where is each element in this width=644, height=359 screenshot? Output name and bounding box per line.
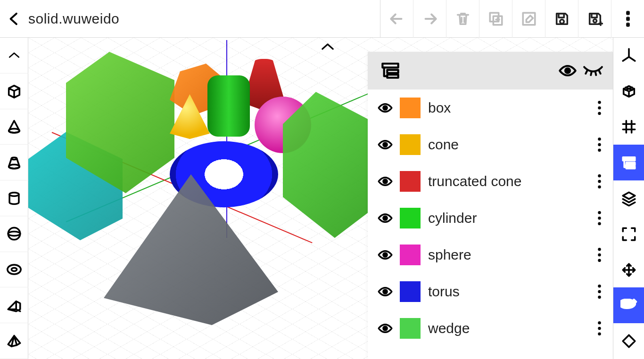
grid-toggle-button[interactable] xyxy=(613,109,644,145)
chevron-up-icon xyxy=(321,42,335,51)
svg-rect-23 xyxy=(387,74,398,78)
item-more-button[interactable] xyxy=(592,174,606,188)
box-tool-button[interactable] xyxy=(0,73,28,109)
save-button[interactable] xyxy=(545,0,578,38)
scene-item-label: wedge xyxy=(428,320,592,336)
more-button[interactable] xyxy=(611,0,644,38)
scene-item-truncated-cone[interactable]: truncated cone xyxy=(368,163,613,200)
svg-rect-22 xyxy=(387,70,398,73)
color-swatch xyxy=(400,208,421,228)
hide-all-button[interactable] xyxy=(582,59,604,82)
scene-item-box[interactable]: box xyxy=(368,90,613,126)
fullscreen-icon xyxy=(621,226,637,242)
visibility-toggle[interactable] xyxy=(374,103,396,113)
axis-y xyxy=(226,40,227,238)
svg-point-27 xyxy=(598,106,601,109)
svg-point-7 xyxy=(626,11,629,15)
truncated-cone-tool-button[interactable] xyxy=(0,145,28,180)
svg-point-50 xyxy=(598,321,601,324)
eye-open-icon xyxy=(377,323,393,334)
svg-point-33 xyxy=(383,180,387,183)
trash-icon xyxy=(455,11,471,27)
torus-tool-button[interactable] xyxy=(0,252,28,288)
cone-tool-button[interactable] xyxy=(0,109,28,145)
svg-rect-3 xyxy=(558,13,563,17)
svg-point-43 xyxy=(598,253,601,256)
save-as-button[interactable] xyxy=(578,0,611,38)
more-vertical-icon xyxy=(626,11,630,27)
svg-point-49 xyxy=(383,326,387,330)
visibility-toggle[interactable] xyxy=(374,139,396,150)
layers-button[interactable] xyxy=(613,180,644,216)
redo-button[interactable] xyxy=(413,0,446,38)
svg-point-29 xyxy=(383,143,387,147)
delete-button[interactable] xyxy=(446,0,479,38)
file-title: solid.wuweido xyxy=(28,11,119,27)
svg-point-24 xyxy=(565,68,570,73)
svg-point-36 xyxy=(598,186,601,188)
svg-point-37 xyxy=(383,216,387,220)
scene-tree-button[interactable] xyxy=(613,145,644,180)
item-more-button[interactable] xyxy=(592,248,606,262)
copy-icon xyxy=(488,11,504,27)
color-swatch xyxy=(400,134,421,155)
svg-point-32 xyxy=(598,149,601,152)
chevron-left-icon xyxy=(7,12,21,26)
scene-item-wedge[interactable]: wedge xyxy=(368,310,613,347)
sphere-tool-button[interactable] xyxy=(0,216,28,252)
panel-collapse-handle[interactable] xyxy=(321,42,335,53)
item-more-button[interactable] xyxy=(592,321,606,335)
truncated-cone-icon xyxy=(6,155,22,171)
shape-wedge-green-2[interactable] xyxy=(283,92,377,238)
item-more-button[interactable] xyxy=(592,211,606,225)
scene-item-cylinder[interactable]: cylinder xyxy=(368,200,613,237)
rotate-tool-button[interactable] xyxy=(613,323,644,359)
svg-point-52 xyxy=(598,333,601,335)
svg-point-38 xyxy=(598,211,601,214)
svg-point-46 xyxy=(598,285,601,287)
fit-view-button[interactable] xyxy=(613,216,644,252)
back-button[interactable] xyxy=(5,9,24,28)
svg-rect-20 xyxy=(626,167,635,169)
axes-view-button[interactable] xyxy=(613,38,644,73)
visibility-toggle[interactable] xyxy=(374,213,396,223)
wedge-tool-button[interactable] xyxy=(0,287,28,323)
eye-open-icon xyxy=(377,176,393,187)
undo-button[interactable] xyxy=(380,0,413,38)
wedge-icon xyxy=(6,298,22,312)
tree-root-icon[interactable] xyxy=(379,59,402,82)
scene-tree-list: boxconetruncated conecylinderspheretorus… xyxy=(368,90,613,359)
svg-point-4 xyxy=(560,19,564,24)
cylinder-tool-button[interactable] xyxy=(0,180,28,216)
scene-item-torus[interactable]: torus xyxy=(368,273,613,310)
visibility-toggle[interactable] xyxy=(374,286,396,297)
scene-item-sphere[interactable]: sphere xyxy=(368,237,613,273)
move-tool-button[interactable] xyxy=(613,252,644,288)
svg-point-10 xyxy=(8,129,19,133)
visibility-toggle[interactable] xyxy=(374,176,396,187)
layers-icon xyxy=(621,190,637,206)
scene-item-label: box xyxy=(428,100,592,116)
pyramid-icon xyxy=(6,334,22,348)
wireframe-icon xyxy=(621,83,637,99)
edit-button[interactable] xyxy=(512,0,545,38)
collapse-up-button[interactable] xyxy=(0,38,28,73)
shape-cylinder-green[interactable] xyxy=(207,75,250,137)
show-all-button[interactable] xyxy=(556,59,579,82)
visibility-toggle[interactable] xyxy=(374,250,396,260)
color-swatch xyxy=(400,245,421,265)
duplicate-button[interactable] xyxy=(479,0,512,38)
item-more-button[interactable] xyxy=(592,285,606,299)
scene-item-cone[interactable]: cone xyxy=(368,126,613,163)
visibility-toggle[interactable] xyxy=(374,323,396,334)
scene-item-label: cylinder xyxy=(428,210,592,226)
pyramid-tool-button[interactable] xyxy=(0,323,28,359)
svg-rect-5 xyxy=(591,13,596,17)
item-more-button[interactable] xyxy=(592,101,606,115)
wireframe-view-button[interactable] xyxy=(613,73,644,109)
orbit-tool-button[interactable] xyxy=(613,287,644,323)
grid-icon xyxy=(621,119,637,135)
svg-point-15 xyxy=(8,232,20,236)
item-more-button[interactable] xyxy=(592,138,606,152)
right-toolbar xyxy=(613,38,644,359)
